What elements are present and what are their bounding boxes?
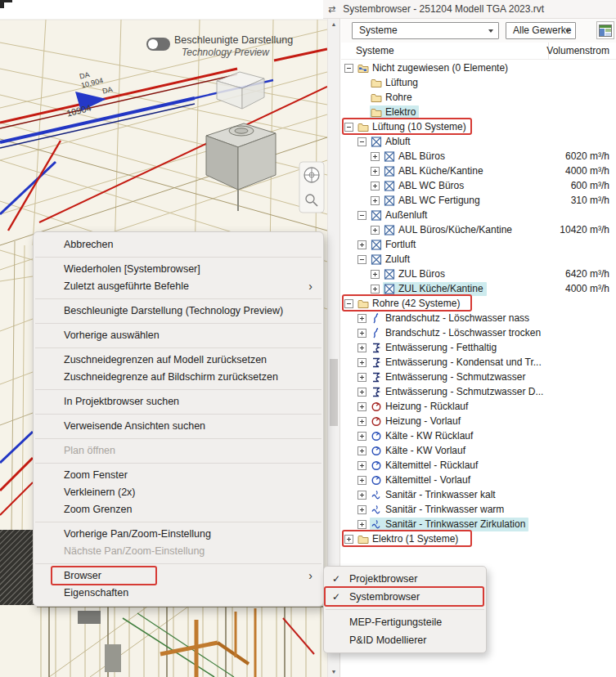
context-menu-item-zoom-grenzen[interactable]: Zoom Grenzen: [34, 501, 323, 518]
expander-minus-icon[interactable]: [357, 255, 366, 264]
tree-row-abl-b-ros[interactable]: ABL Büros6020 m³/h: [341, 149, 616, 164]
scroll-up-icon[interactable]: ▲: [328, 21, 339, 27]
tree-item[interactable]: Heizung - Vorlauf: [370, 415, 464, 428]
tree-row-aul-b-ros-k-che-kantine[interactable]: AUL Büros/Küche/Kantine10420 m³/h: [341, 222, 616, 237]
tree-row-heizung-vorlauf[interactable]: Heizung - Vorlauf: [341, 414, 616, 428]
tree-row-fortluft[interactable]: Fortluft: [341, 237, 616, 252]
tree-item[interactable]: Lüftung: [370, 76, 421, 90]
tree-item[interactable]: ZUL Küche/Kantine: [383, 282, 487, 296]
submenu-item-systembrowser[interactable]: ✓Systembrowser: [324, 588, 486, 606]
tree-item[interactable]: Kälte - KW Rücklauf: [370, 429, 476, 443]
expander-plus-icon[interactable]: [371, 167, 380, 176]
expander-minus-icon[interactable]: [344, 64, 353, 73]
tree-item[interactable]: Brandschutz - Löschwasser trocken: [370, 326, 544, 340]
tree-row-brandschutz-l-schwasser-nass[interactable]: Brandschutz - Löschwasser nass: [341, 311, 616, 325]
expander-plus-icon[interactable]: [357, 373, 366, 382]
tree-row-l-ftung[interactable]: Lüftung: [341, 75, 616, 90]
expander-plus-icon[interactable]: [344, 535, 353, 544]
expander-plus-icon[interactable]: [357, 432, 366, 441]
tree-item[interactable]: Lüftung (10 Systeme): [357, 120, 470, 134]
context-menu-item-zuletzt-ausgef-hrte-befehle[interactable]: Zuletzt ausgeführte Befehle›: [34, 278, 323, 295]
column-header-systems[interactable]: Systeme: [356, 45, 394, 56]
column-settings-button[interactable]: [596, 21, 614, 39]
submenu-item-mep-fertigungsteile[interactable]: MEP-Fertigungsteile: [324, 613, 486, 631]
expander-plus-icon[interactable]: [357, 417, 366, 426]
tree-row-heizung-r-cklauf[interactable]: Heizung - Rücklauf: [341, 399, 616, 414]
discipline-dropdown[interactable]: Alle Gewerke: [506, 22, 576, 39]
tree-item[interactable]: Fortluft: [370, 238, 419, 252]
tree-row-entw-sserung-fetthaltig[interactable]: Entwässerung - Fetthaltig: [341, 340, 616, 355]
tree-row-entw-sserung-schmutzwasser-d[interactable]: Entwässerung - Schmutzwasser D...: [341, 384, 616, 399]
tree-row-entw-sserung-kondensat-und-tr[interactable]: Entwässerung - Kondensat und Tr...: [341, 355, 616, 370]
tree-item[interactable]: ABL Küche/Kantine: [383, 164, 487, 178]
tree-row-abl-wc-fertigung[interactable]: ABL WC Fertigung310 m³/h: [341, 193, 616, 208]
tree-row-sanit-r-trinkwasser-warm[interactable]: Sanitär - Trinkwasser warm: [341, 502, 616, 517]
tree-row-abl-k-che-kantine[interactable]: ABL Küche/Kantine4000 m³/h: [341, 164, 616, 178]
context-menu-item-vorherige-pan-zoom-einstellung[interactable]: Vorherige Pan/Zoom-Einstellung: [34, 526, 323, 543]
accelerated-graphics-toggle[interactable]: [146, 38, 170, 51]
context-menu-item-abbrechen[interactable]: Abbrechen: [34, 236, 323, 253]
context-menu-item-eigenschaften[interactable]: Eigenschaften: [34, 585, 323, 602]
expander-plus-icon[interactable]: [357, 505, 366, 514]
tree-item[interactable]: Kältemittel - Vorlauf: [370, 473, 474, 487]
tree-item[interactable]: ABL Büros: [383, 150, 448, 164]
expander-plus-icon[interactable]: [357, 446, 366, 455]
expander-minus-icon[interactable]: [357, 137, 366, 146]
expander-plus-icon[interactable]: [357, 402, 366, 411]
tree-row-k-lte-kw-r-cklauf[interactable]: Kälte - KW Rücklauf: [341, 428, 616, 443]
tree-item[interactable]: Außenluft: [370, 208, 430, 222]
expander-plus-icon[interactable]: [357, 520, 366, 529]
tree-row-k-lte-kw-vorlauf[interactable]: Kälte - KW Vorlauf: [341, 443, 616, 458]
tree-row-k-ltemittel-r-cklauf[interactable]: Kältemittel - Rücklauf: [341, 458, 616, 473]
tree-row-elektro[interactable]: Elektro: [341, 105, 616, 119]
tree-row-zul-b-ros[interactable]: ZUL Büros6420 m³/h: [341, 267, 616, 281]
context-menu-item-zoom-fenster[interactable]: Zoom Fenster: [34, 467, 323, 484]
tree-item[interactable]: Entwässerung - Schmutzwasser: [370, 370, 528, 384]
submenu-item-projektbrowser[interactable]: ✓Projektbrowser: [324, 570, 486, 588]
tree-item[interactable]: Nicht zugewiesen (0 Elemente): [357, 61, 511, 75]
tree-row-rohre-42-systeme[interactable]: Rohre (42 Systeme): [341, 296, 616, 311]
tree-row-au-enluft[interactable]: Außenluft: [341, 208, 616, 222]
tree-item[interactable]: Elektro: [370, 105, 419, 119]
dock-arrows-icon[interactable]: ⇄: [328, 4, 335, 15]
tree-item[interactable]: Sanitär - Trinkwasser kalt: [370, 488, 499, 502]
tree-item[interactable]: Entwässerung - Schmutzwasser D...: [370, 385, 546, 399]
expander-plus-icon[interactable]: [371, 196, 380, 205]
tree-row-zuluft[interactable]: Zuluft: [341, 252, 616, 267]
expander-plus-icon[interactable]: [371, 285, 380, 294]
tree-row-sanit-r-trinkwasser-kalt[interactable]: Sanitär - Trinkwasser kalt: [341, 487, 616, 502]
context-menu-item-vorherige-ausw-hlen[interactable]: Vorherige auswählen: [34, 327, 323, 344]
expander-plus-icon[interactable]: [357, 461, 366, 470]
tree-row-elektro-1-systeme[interactable]: Elektro (1 Systeme): [341, 531, 616, 546]
tree-item[interactable]: Rohre: [370, 91, 416, 105]
tree-item[interactable]: Zuluft: [370, 253, 413, 267]
tree-row-entw-sserung-schmutzwasser[interactable]: Entwässerung - Schmutzwasser: [341, 370, 616, 384]
tree-item[interactable]: Elektro (1 Systeme): [357, 532, 461, 546]
context-menu-item-zuschneidegrenzen-auf-modell-zur[interactable]: Zuschneidegrenzen auf Modell zurücksetze…: [34, 352, 323, 369]
tree-item[interactable]: Abluft: [370, 135, 414, 149]
expander-plus-icon[interactable]: [357, 476, 366, 485]
tree-row-k-ltemittel-vorlauf[interactable]: Kältemittel - Vorlauf: [341, 473, 616, 487]
tree-row-rohre[interactable]: Rohre: [341, 90, 616, 105]
tree-item[interactable]: Sanitär - Trinkwasser Zirkulation: [370, 518, 528, 531]
expander-minus-icon[interactable]: [357, 211, 366, 220]
tree-row-abl-wc-b-ros[interactable]: ABL WC Büros600 m³/h: [341, 178, 616, 193]
tree-item[interactable]: Rohre (42 Systeme): [357, 297, 463, 311]
context-menu-item-beschleunigte-darstellung-techno[interactable]: Beschleunigte Darstellung (Technology Pr…: [34, 303, 323, 320]
context-menu-item-in-projektbrowser-suchen[interactable]: In Projektbrowser suchen: [34, 393, 323, 410]
tree-item[interactable]: ABL WC Fertigung: [383, 194, 483, 208]
tree-item[interactable]: ZUL Büros: [383, 267, 448, 281]
view-dropdown[interactable]: Systeme: [352, 22, 499, 39]
expander-plus-icon[interactable]: [357, 388, 366, 397]
tree-row-l-ftung-10-systeme[interactable]: Lüftung (10 Systeme): [341, 119, 616, 134]
context-menu-item-zuschneidegrenze-auf-bildschirm-[interactable]: Zuschneidegrenze auf Bildschirm zurückse…: [34, 369, 323, 386]
tree-row-abluft[interactable]: Abluft: [341, 134, 616, 149]
tree-item[interactable]: Heizung - Rücklauf: [370, 400, 471, 414]
expander-plus-icon[interactable]: [357, 491, 366, 500]
tree-row-nicht-zugewiesen-0-elemente[interactable]: Nicht zugewiesen (0 Elemente): [341, 61, 616, 75]
expander-plus-icon[interactable]: [371, 226, 380, 235]
tree-item[interactable]: AUL Büros/Küche/Kantine: [383, 223, 515, 237]
expander-plus-icon[interactable]: [371, 270, 380, 279]
expander-minus-icon[interactable]: [344, 123, 353, 132]
expander-plus-icon[interactable]: [357, 329, 366, 338]
